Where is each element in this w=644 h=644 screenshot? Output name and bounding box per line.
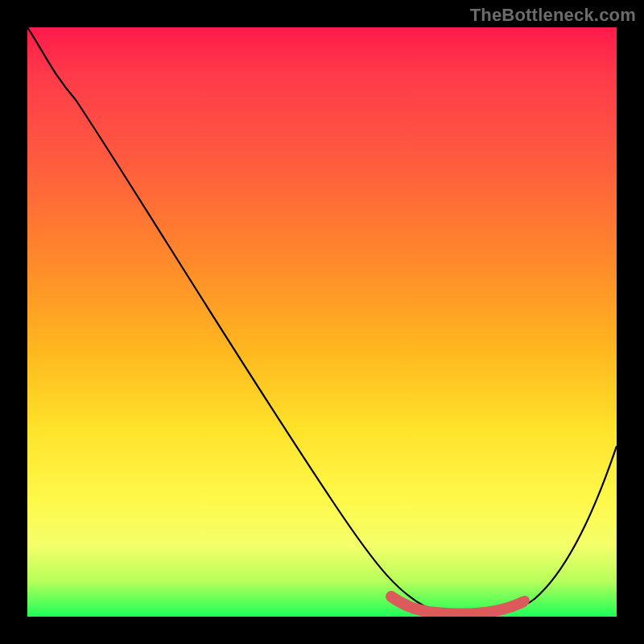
plot-area bbox=[27, 27, 617, 617]
minimum-dot-a-icon bbox=[427, 609, 433, 616]
minimum-dot-end-icon bbox=[520, 596, 530, 605]
watermark-text: TheBottleneck.com bbox=[470, 5, 636, 26]
bottleneck-curve-line bbox=[27, 27, 617, 614]
minimum-region-line bbox=[391, 597, 522, 613]
curve-svg bbox=[27, 27, 617, 617]
minimum-dot-c-icon bbox=[487, 607, 493, 613]
chart-container: TheBottleneck.com bbox=[0, 0, 644, 644]
minimum-dot-b-icon bbox=[459, 610, 465, 617]
